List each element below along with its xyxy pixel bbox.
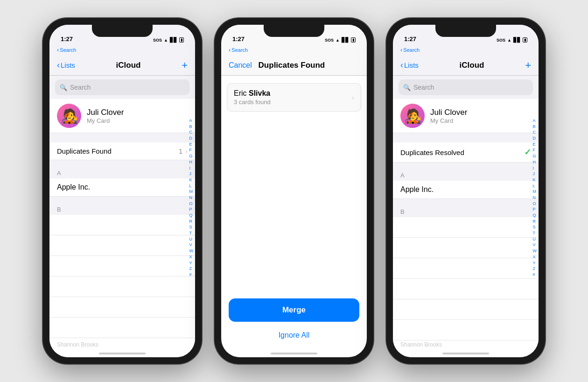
alpha-p-left[interactable]: P: [189, 207, 194, 212]
contact-apple-right[interactable]: Apple Inc.: [393, 181, 539, 199]
alpha-l-right[interactable]: L: [533, 184, 537, 189]
alpha-q-left[interactable]: Q: [189, 213, 194, 219]
duplicate-item[interactable]: Eric Slivka 3 cards found ›: [227, 83, 361, 112]
contact-apple-left[interactable]: Apple Inc.: [49, 178, 195, 197]
alpha-c-left[interactable]: C: [189, 130, 194, 135]
modal-title: Duplicates Found: [259, 61, 325, 70]
alpha-v-right[interactable]: V: [533, 242, 537, 248]
alpha-y-right[interactable]: Y: [533, 261, 537, 266]
alpha-g-left[interactable]: G: [189, 154, 194, 159]
search-bar-left[interactable]: 🔍 Search: [55, 79, 189, 95]
duplicates-label-right: Duplicates Resolved: [400, 149, 464, 156]
back-chevron-middle: ‹: [229, 46, 231, 53]
search-placeholder-right: Search: [413, 84, 434, 91]
card-info-right: Juli Clover My Card: [430, 108, 467, 124]
ignore-all-button[interactable]: Ignore All: [229, 327, 359, 343]
alpha-b-left[interactable]: B: [189, 124, 194, 130]
alpha-a-left[interactable]: A: [189, 118, 194, 124]
alpha-t-left[interactable]: T: [189, 231, 194, 236]
alpha-b-right[interactable]: B: [533, 124, 537, 130]
cancel-button[interactable]: Cancel: [229, 61, 252, 70]
my-card-row-left[interactable]: 🧑‍🎤 Juli Clover My Card: [49, 99, 195, 133]
alpha-z-left[interactable]: Z: [189, 266, 194, 272]
back-chevron-right: ‹: [400, 46, 402, 53]
empty-row-b1-right: [393, 217, 539, 238]
alpha-e-right[interactable]: E: [533, 142, 537, 148]
alpha-w-right[interactable]: W: [533, 248, 537, 254]
alpha-u-left[interactable]: U: [189, 237, 194, 242]
battery-icon-right: ▮: [523, 37, 527, 42]
alpha-x-right[interactable]: X: [533, 255, 537, 260]
alpha-g-right[interactable]: G: [533, 154, 537, 159]
nav-back-right[interactable]: ‹ Lists: [400, 60, 419, 70]
section-a-header-right: A: [393, 163, 539, 181]
alpha-t-right[interactable]: T: [533, 231, 537, 236]
merge-button[interactable]: Merge: [229, 298, 359, 322]
card-sub-right: My Card: [430, 117, 467, 124]
alpha-m-left[interactable]: M: [189, 189, 194, 195]
sos-label-middle: SOS: [325, 38, 334, 42]
status-icons-left: SOS ▲ ▊▊ ▮: [153, 37, 184, 42]
alpha-w-left[interactable]: W: [189, 248, 194, 254]
alpha-d-right[interactable]: D: [533, 136, 537, 141]
search-bar-right[interactable]: 🔍 Search: [399, 79, 533, 95]
status-icons-right: SOS ▲ ▊▊ ▮: [497, 37, 527, 42]
duplicates-resolved-row-right[interactable]: Duplicates Resolved ✓: [393, 142, 539, 163]
back-nav-row-middle: ‹ Search: [221, 45, 367, 55]
section-a-header-left: A: [49, 160, 195, 178]
alpha-k-left[interactable]: K: [189, 177, 194, 183]
alpha-f-right[interactable]: F: [533, 148, 537, 153]
alpha-n-left[interactable]: N: [189, 195, 194, 201]
dup-name: Eric Slivka: [234, 89, 271, 98]
alpha-j-right[interactable]: J: [533, 171, 537, 177]
battery-icon-middle: ▮: [351, 37, 356, 42]
nav-plus-left[interactable]: +: [182, 59, 188, 71]
alpha-d-left[interactable]: D: [189, 136, 194, 141]
empty-row-b3-left: [49, 256, 195, 276]
back-search-left[interactable]: ‹ Search: [57, 46, 76, 53]
nav-back-left[interactable]: ‹ Lists: [57, 60, 75, 70]
alpha-h-right[interactable]: H: [533, 160, 537, 165]
alpha-o-right[interactable]: O: [533, 201, 537, 207]
alpha-sidebar-right: A B C D E F G H I J K L M N O P Q R S T …: [533, 118, 537, 278]
back-search-right[interactable]: ‹ Search: [400, 46, 420, 53]
alpha-p-right[interactable]: P: [533, 207, 537, 212]
signal-icon-middle: ▊▊: [342, 37, 349, 42]
back-nav-row-right: ‹ Search: [393, 45, 539, 55]
alpha-m-right[interactable]: M: [533, 189, 537, 195]
card-name-right: Juli Clover: [430, 108, 467, 117]
alpha-c-right[interactable]: C: [533, 130, 537, 135]
alpha-hash-right[interactable]: #: [533, 272, 537, 278]
alpha-r-left[interactable]: R: [189, 219, 194, 225]
alpha-l-left[interactable]: L: [189, 184, 194, 189]
alpha-f-left[interactable]: F: [189, 148, 194, 153]
alpha-i-left[interactable]: I: [189, 166, 194, 171]
alpha-o-left[interactable]: O: [189, 201, 194, 207]
alpha-i-right[interactable]: I: [533, 166, 537, 171]
back-search-middle[interactable]: ‹ Search: [229, 46, 248, 53]
modal-nav: Cancel Duplicates Found: [221, 55, 367, 76]
alpha-h-left[interactable]: H: [189, 160, 194, 165]
alpha-e-left[interactable]: E: [189, 142, 194, 148]
alpha-j-left[interactable]: J: [189, 171, 194, 177]
alpha-s-left[interactable]: S: [189, 225, 194, 230]
alpha-a-right[interactable]: A: [533, 118, 537, 124]
duplicates-right-right: ✓: [524, 147, 531, 157]
nav-plus-right[interactable]: +: [525, 59, 531, 71]
alpha-hash-left[interactable]: #: [189, 272, 194, 278]
alpha-k-right[interactable]: K: [533, 177, 537, 183]
alpha-x-left[interactable]: X: [189, 255, 194, 260]
alpha-v-left[interactable]: V: [189, 242, 194, 248]
empty-row-b5-right: [393, 299, 539, 320]
alpha-y-left[interactable]: Y: [189, 261, 194, 266]
alpha-q-right[interactable]: Q: [533, 213, 537, 219]
alpha-r-right[interactable]: R: [533, 219, 537, 225]
notch-middle: [264, 25, 324, 37]
alpha-s-right[interactable]: S: [533, 225, 537, 230]
my-card-row-right[interactable]: 🧑‍🎤 Juli Clover My Card: [393, 99, 539, 133]
duplicate-info: Eric Slivka 3 cards found: [234, 89, 271, 106]
alpha-n-right[interactable]: N: [533, 195, 537, 201]
alpha-z-right[interactable]: Z: [533, 266, 537, 272]
duplicates-found-row-left[interactable]: Duplicates Found 1 ›: [49, 142, 195, 160]
alpha-u-right[interactable]: U: [533, 237, 537, 242]
